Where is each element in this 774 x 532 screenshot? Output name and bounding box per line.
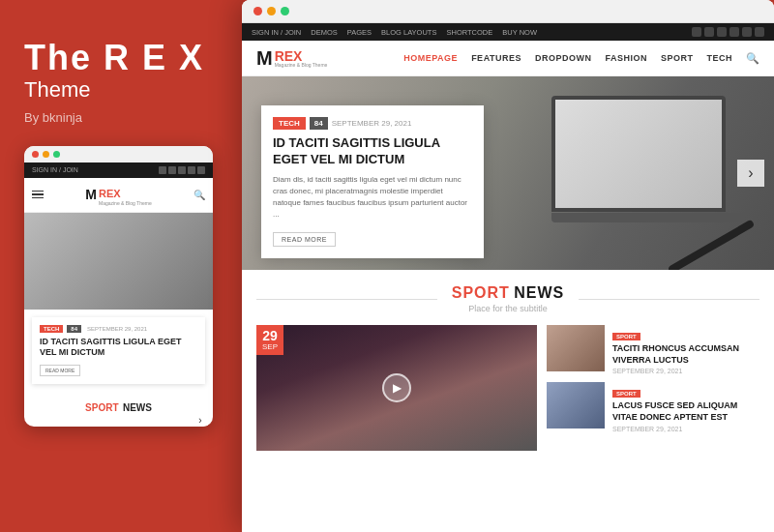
desktop-search-icon[interactable]: 🔍: [746, 52, 759, 65]
left-panel: The R E X Theme By bkninja SIGN IN / JOI…: [0, 0, 237, 532]
social-pi-icon[interactable]: [729, 27, 739, 37]
adminbar-buy-now[interactable]: BUY NOW: [502, 28, 537, 37]
desktop-logo-tagline: Magazine & Blog Theme: [275, 63, 328, 68]
logo-tagline: Magazine & Blog Theme: [99, 201, 152, 206]
mobile-signin: SIGN IN / JOIN: [32, 166, 78, 173]
hero-read-more-btn[interactable]: READ MORE: [273, 232, 336, 247]
social-gp-icon[interactable]: [717, 27, 727, 37]
desktop-dot-green: [281, 7, 289, 15]
badge-day: 29: [262, 329, 278, 342]
sport-big-image: 29 SEP ▶: [256, 325, 537, 451]
hero-article-title: ID TACITI SAGITTIS LIGULA EGET VEL MI DI…: [273, 135, 472, 168]
sport-news-section: SPORT NEWS Place for the subtitle 29 SEP…: [242, 270, 774, 460]
nav-features[interactable]: FEATURES: [471, 53, 521, 63]
play-button[interactable]: ▶: [382, 373, 411, 402]
mobile-navbar: M REX Magazine & Blog Theme 🔍: [24, 178, 213, 213]
mobile-article-title: ID TACITI SAGITTIS LIGULA EGET VEL MI DI…: [40, 337, 197, 359]
sport-item-content-2: SPORT LACUS FUSCE SED ALIQUAM VITAE DONE…: [612, 382, 759, 431]
hero-article-date: SEPTEMBER 29, 2021: [332, 119, 412, 128]
desktop-adminbar: SIGN IN / JOIN DEMOS PAGES BLOG LAYOUTS …: [242, 23, 774, 41]
mobile-dots-bar: [24, 146, 213, 163]
hero-article-text: Diam dls, id taciti sagittis ligula eget…: [273, 174, 472, 221]
nav-dropdown[interactable]: DROPDOWN: [535, 53, 592, 63]
sport-item-title-1: TACITI RHONCUS ACCUMSAN VIVERRA LUCTUS: [612, 343, 759, 366]
mobile-preview: SIGN IN / JOIN M REX Magazine & Blog The…: [24, 146, 213, 427]
mobile-dot-red: [32, 151, 39, 158]
sport-tag-2: SPORT: [612, 390, 640, 398]
adminbar-shortcode[interactable]: SHORTCODE: [446, 28, 492, 37]
adminbar-pages[interactable]: PAGES: [347, 28, 372, 37]
mobile-sport-news: SPORT NEWS: [24, 392, 213, 421]
sport-item-date-1: SEPTEMBER 29, 2021: [612, 368, 759, 374]
mobile-dot-green: [53, 151, 60, 158]
sport-item-content-1: SPORT TACITI RHONCUS ACCUMSAN VIVERRA LU…: [612, 325, 759, 374]
sport-news-header: SPORT NEWS Place for the subtitle: [256, 284, 759, 313]
desktop-logo-m: M: [256, 48, 273, 68]
adminbar-left: SIGN IN / JOIN DEMOS PAGES BLOG LAYOUTS …: [252, 28, 537, 37]
social-icon-4: [188, 166, 195, 174]
mobile-hero: [24, 213, 213, 310]
mobile-article-date: SEPTEMBER 29, 2021: [87, 326, 147, 332]
hero-article-card: TECH 84 SEPTEMBER 29, 2021 ID TACITI SAG…: [261, 105, 484, 258]
desktop-dot-red: [253, 7, 262, 15]
sport-news-grid: 29 SEP ▶ SPORT TACITI RHONCUS ACCUMSAN V…: [256, 325, 759, 451]
logo-rex-text: REX: [99, 188, 121, 199]
hero-tags: TECH 84 SEPTEMBER 29, 2021: [273, 117, 472, 130]
nav-sport[interactable]: SPORT: [661, 53, 694, 63]
desktop-dot-yellow: [267, 7, 276, 15]
theme-title: The R E X: [24, 39, 213, 77]
hamburger-icon[interactable]: [32, 191, 44, 199]
list-item: SPORT TACITI RHONCUS ACCUMSAN VIVERRA LU…: [547, 325, 759, 374]
desktop-nav: M REX Magazine & Blog Theme HOMEPAGE FEA…: [242, 41, 774, 76]
adminbar-blog-layouts[interactable]: BLOG LAYOUTS: [381, 28, 436, 37]
mobile-social-icons: [159, 166, 205, 174]
mobile-logo: M REX Magazine & Blog Theme: [85, 184, 151, 206]
mobile-hero-image: [24, 213, 213, 310]
list-item: SPORT LACUS FUSCE SED ALIQUAM VITAE DONE…: [547, 382, 759, 431]
sport-news-subtitle: Place for the subtitle: [256, 304, 759, 313]
hero-tag-num: 84: [310, 117, 328, 130]
desktop-logo: M REX Magazine & Blog Theme: [256, 48, 327, 68]
sport-item-title-2: LACUS FUSCE SED ALIQUAM VITAE DONEC APTE…: [612, 400, 759, 423]
social-fb-icon[interactable]: [692, 27, 701, 37]
sport-word: SPORT: [452, 284, 510, 301]
hero-next-arrow[interactable]: ›: [737, 160, 764, 187]
sport-date-badge: 29 SEP: [256, 325, 283, 355]
sport-small-list: SPORT TACITI RHONCUS ACCUMSAN VIVERRA LU…: [547, 325, 759, 451]
nav-tech[interactable]: TECH: [707, 53, 733, 63]
mobile-dot-yellow: [43, 151, 49, 158]
adminbar-signin[interactable]: SIGN IN / JOIN: [252, 28, 301, 37]
mobile-prev-arrow[interactable]: ›: [193, 413, 208, 427]
nav-homepage[interactable]: HOMEPAGE: [403, 53, 458, 63]
social-yt-icon[interactable]: [742, 27, 752, 37]
adminbar-demos[interactable]: DEMOS: [311, 28, 338, 37]
desktop-hero: TECH 84 SEPTEMBER 29, 2021 ID TACITI SAG…: [242, 76, 774, 270]
desktop-logo-rex: REX: [275, 49, 328, 63]
social-icon-2: [168, 166, 176, 174]
mobile-read-more-btn[interactable]: READ MORE: [40, 365, 80, 376]
hero-tag-tech: TECH: [273, 117, 306, 130]
logo-m-letter: M: [85, 187, 97, 202]
adminbar-social: [692, 27, 764, 37]
desktop-nav-links: HOMEPAGE FEATURES DROPDOWN FASHION SPORT…: [403, 52, 759, 65]
theme-author: By bkninja: [24, 110, 213, 125]
mobile-search-icon[interactable]: 🔍: [194, 190, 205, 200]
sport-item-image-2: [547, 382, 605, 429]
sport-item-date-2: SEPTEMBER 29, 2021: [612, 426, 759, 432]
nav-fashion[interactable]: FASHION: [605, 53, 647, 63]
social-vk-icon[interactable]: [755, 27, 764, 37]
mobile-topbar: SIGN IN / JOIN: [24, 163, 213, 178]
news-word-text: NEWS: [514, 284, 564, 301]
badge-month: SEP: [262, 342, 278, 351]
mobile-article-card: TECH 84 SEPTEMBER 29, 2021 ID TACITI SAG…: [32, 317, 205, 384]
social-icon-1: [159, 166, 166, 174]
desktop-dots-bar: [242, 0, 774, 23]
sport-tag-1: SPORT: [612, 333, 640, 340]
hero-laptop-decoration: [551, 96, 745, 251]
sport-item-image-1: [547, 325, 605, 371]
mobile-tag-tech: TECH: [40, 325, 63, 333]
mobile-tag-num: 84: [67, 325, 81, 333]
social-tw-icon[interactable]: [704, 27, 714, 37]
social-icon-5: [197, 166, 205, 174]
right-panel: SIGN IN / JOIN DEMOS PAGES BLOG LAYOUTS …: [242, 0, 774, 532]
